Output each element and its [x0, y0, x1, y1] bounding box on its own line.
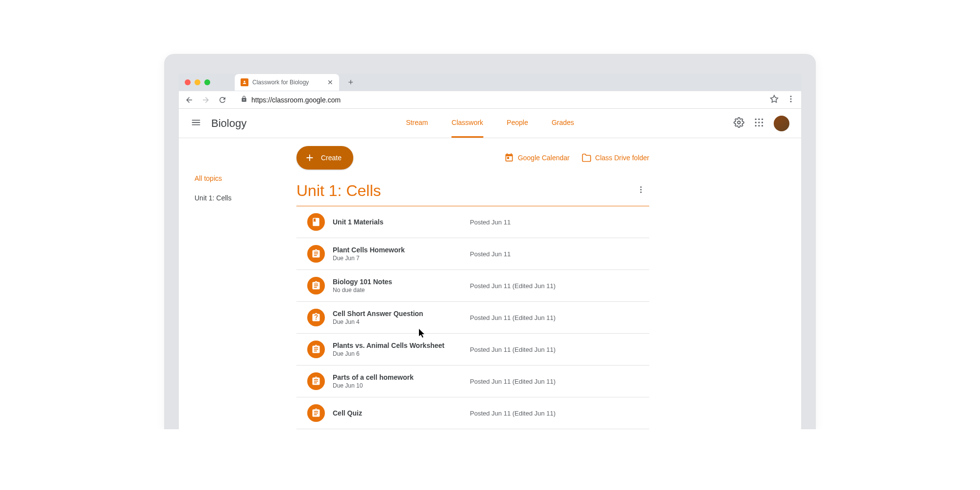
calendar-icon: [504, 153, 514, 163]
gear-icon[interactable]: [734, 117, 744, 130]
svg-point-10: [755, 125, 757, 126]
hamburger-menu-icon[interactable]: [191, 117, 201, 130]
url-text: https://classroom.google.com: [251, 96, 341, 104]
assignment-icon: [307, 277, 325, 294]
tab-grades[interactable]: Grades: [552, 109, 574, 138]
assignment-due: Due Jun 10: [333, 382, 470, 389]
maximize-window-button[interactable]: [204, 79, 210, 85]
assignment-info: Cell Quiz: [333, 409, 470, 417]
assignment-title: Cell Short Answer Question: [333, 310, 470, 318]
plus-icon: [304, 152, 315, 163]
svg-point-14: [640, 189, 642, 191]
forward-button[interactable]: [201, 96, 210, 104]
assignment-title: Biology 101 Notes: [333, 278, 470, 286]
action-bar: Create Google Calendar Class Drive folde…: [296, 146, 649, 170]
section-title[interactable]: Unit 1: Cells: [296, 182, 381, 200]
assignment-row[interactable]: Unit 1 Materials Posted Jun 11: [296, 206, 649, 238]
drive-folder-link[interactable]: Class Drive folder: [582, 153, 649, 163]
browser-window: Classwork for Biology ✕ + https://classr…: [179, 74, 801, 429]
assignment-row[interactable]: Plant Cells Homework Due Jun 7 Posted Ju…: [296, 238, 649, 270]
calendar-link[interactable]: Google Calendar: [504, 153, 570, 163]
assignment-icon: [307, 372, 325, 390]
assignment-info: Biology 101 Notes No due date: [333, 278, 470, 294]
svg-point-12: [761, 125, 763, 126]
assignment-row[interactable]: Biology 101 Notes No due date Posted Jun…: [296, 270, 649, 302]
tab-people[interactable]: People: [507, 109, 528, 138]
assignment-info: Plants vs. Animal Cells Worksheet Due Ju…: [333, 342, 470, 357]
tab-classwork[interactable]: Classwork: [452, 109, 484, 138]
reload-button[interactable]: [218, 96, 227, 104]
sidebar-all-topics[interactable]: All topics: [191, 170, 289, 187]
assignment-row[interactable]: Cell Quiz Posted Jun 11 (Edited Jun 11): [296, 397, 649, 429]
browser-tab-bar: Classwork for Biology ✕ +: [179, 74, 801, 91]
svg-point-11: [758, 125, 760, 126]
svg-point-7: [755, 122, 757, 123]
minimize-window-button[interactable]: [195, 79, 200, 85]
assignment-title: Parts of a cell homework: [333, 373, 470, 381]
svg-point-8: [758, 122, 760, 123]
calendar-label: Google Calendar: [518, 154, 570, 162]
close-tab-icon[interactable]: ✕: [327, 78, 333, 86]
folder-icon: [582, 153, 591, 163]
assignment-row[interactable]: Cell Short Answer Question Due Jun 4 Pos…: [296, 302, 649, 334]
browser-menu-icon[interactable]: [786, 95, 795, 105]
assignment-due: Due Jun 4: [333, 318, 470, 325]
address-bar: https://classroom.google.com: [179, 91, 801, 109]
browser-tab[interactable]: Classwork for Biology ✕: [235, 74, 339, 91]
sidebar: All topics Unit 1: Cells: [191, 146, 289, 429]
tab-stream[interactable]: Stream: [406, 109, 428, 138]
svg-point-9: [761, 122, 763, 123]
assignment-posted: Posted Jun 11: [470, 250, 511, 258]
create-button[interactable]: Create: [296, 146, 353, 170]
assignment-posted: Posted Jun 11 (Edited Jun 11): [470, 410, 556, 417]
assignment-list: Unit 1 Materials Posted Jun 11 Plant Cel…: [296, 206, 649, 429]
url-input[interactable]: https://classroom.google.com: [235, 96, 762, 104]
assignment-title: Plant Cells Homework: [333, 246, 470, 254]
back-button[interactable]: [185, 96, 194, 104]
assignment-due: Due Jun 6: [333, 350, 470, 357]
assignment-due: Due Jun 7: [333, 255, 470, 262]
bookmark-star-icon[interactable]: [770, 95, 779, 105]
assignment-posted: Posted Jun 11 (Edited Jun 11): [470, 282, 556, 290]
assignment-row[interactable]: Parts of a cell homework Due Jun 10 Post…: [296, 366, 649, 397]
header-actions: [734, 116, 789, 131]
class-name[interactable]: Biology: [211, 117, 246, 130]
assignment-icon: [307, 245, 325, 263]
assignment-icon: [307, 341, 325, 358]
assignment-info: Cell Short Answer Question Due Jun 4: [333, 310, 470, 325]
drive-label: Class Drive folder: [595, 154, 649, 162]
assignment-title: Plants vs. Animal Cells Worksheet: [333, 342, 470, 349]
assignment-posted: Posted Jun 11: [470, 219, 511, 226]
svg-point-3: [737, 121, 740, 124]
svg-point-0: [790, 96, 792, 97]
section-more-icon[interactable]: [633, 181, 649, 200]
svg-point-5: [758, 118, 760, 120]
new-tab-button[interactable]: +: [348, 77, 353, 88]
sidebar-topic-item[interactable]: Unit 1: Cells: [191, 187, 289, 209]
nav-tabs: Stream Classwork People Grades: [406, 109, 574, 138]
assignment-info: Parts of a cell homework Due Jun 10: [333, 373, 470, 389]
tab-title: Classwork for Biology: [252, 79, 309, 86]
create-button-label: Create: [321, 154, 342, 162]
assignment-posted: Posted Jun 11 (Edited Jun 11): [470, 378, 556, 385]
avatar[interactable]: [774, 116, 789, 131]
assignment-icon: [307, 309, 325, 326]
section-header: Unit 1: Cells: [296, 181, 649, 206]
assignment-posted: Posted Jun 11 (Edited Jun 11): [470, 314, 556, 321]
window-controls: [185, 79, 210, 85]
assignment-icon: [307, 213, 325, 231]
tab-favicon-icon: [241, 78, 248, 86]
assignment-title: Unit 1 Materials: [333, 218, 470, 226]
app-header: Biology Stream Classwork People Grades: [179, 109, 801, 138]
assignment-posted: Posted Jun 11 (Edited Jun 11): [470, 346, 556, 353]
svg-point-6: [761, 118, 763, 120]
laptop-frame: Classwork for Biology ✕ + https://classr…: [164, 54, 816, 429]
action-links: Google Calendar Class Drive folder: [504, 153, 649, 163]
lock-icon: [241, 96, 247, 104]
apps-grid-icon[interactable]: [754, 118, 764, 129]
assignment-row[interactable]: Plants vs. Animal Cells Worksheet Due Ju…: [296, 334, 649, 366]
svg-point-4: [755, 118, 757, 120]
assignment-due: No due date: [333, 287, 470, 294]
assignment-title: Cell Quiz: [333, 409, 470, 417]
close-window-button[interactable]: [185, 79, 191, 85]
